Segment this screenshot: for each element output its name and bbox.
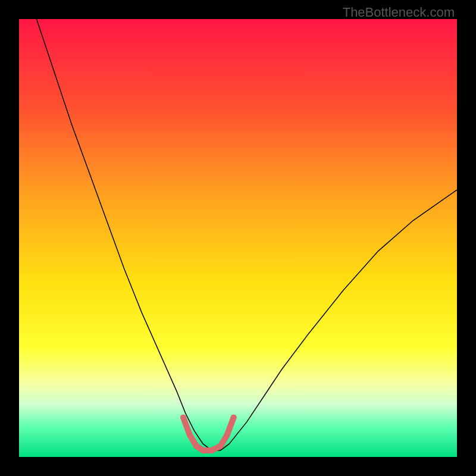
plot-area <box>19 19 457 457</box>
gradient-background <box>19 19 457 457</box>
highlight-marker <box>218 443 224 449</box>
highlight-marker <box>200 447 206 453</box>
highlight-marker <box>193 443 199 449</box>
highlight-marker <box>231 415 237 421</box>
highlight-marker <box>224 432 230 438</box>
chart-container: TheBottleneck.com <box>0 0 476 476</box>
highlight-marker <box>180 415 186 421</box>
chart-svg <box>19 19 457 457</box>
highlight-marker <box>209 447 215 453</box>
watermark-label: TheBottleneck.com <box>343 5 455 20</box>
